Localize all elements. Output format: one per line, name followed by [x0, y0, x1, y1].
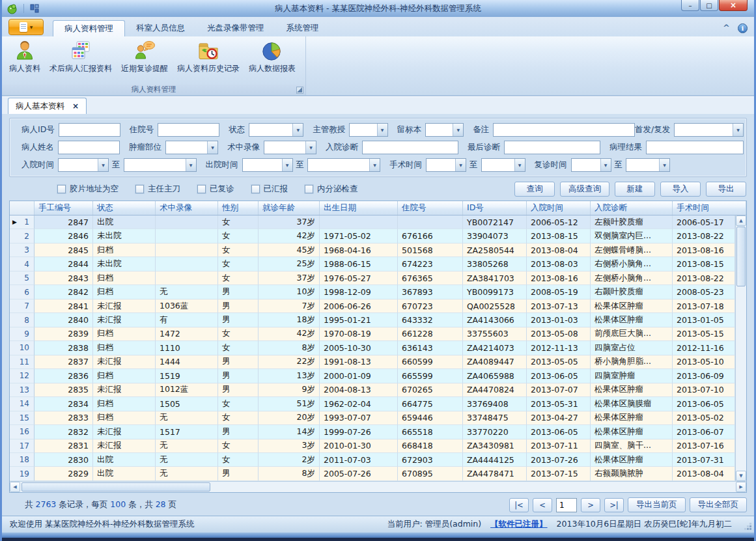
- row-header[interactable]: 16: [10, 425, 35, 439]
- page-number-input[interactable]: [556, 498, 577, 512]
- patient-name-input[interactable]: [58, 141, 120, 154]
- ribbon-tab-patient-management[interactable]: 病人资料管理: [53, 20, 125, 36]
- reported-checkbox[interactable]: 已汇报: [251, 184, 288, 195]
- tab-close-icon[interactable]: ×: [72, 102, 79, 111]
- checkbox-box[interactable]: [135, 185, 144, 193]
- specimen-select[interactable]: ▼: [425, 123, 464, 137]
- chief-surgeon-checkbox[interactable]: 主任主刀: [135, 184, 180, 195]
- chevron-down-icon[interactable]: ▼: [600, 159, 611, 171]
- table-row[interactable]: 62842归档无男10岁1998-12-09367893YB0099173200…: [10, 285, 735, 299]
- column-header[interactable]: 就诊年龄: [259, 201, 320, 215]
- application-menu-button[interactable]: ▼: [8, 19, 44, 35]
- import-button[interactable]: 导入: [660, 182, 701, 197]
- close-button[interactable]: ×: [719, 0, 748, 11]
- column-header[interactable]: 手术时间: [673, 201, 746, 215]
- pathology-input[interactable]: [646, 141, 744, 154]
- chevron-down-icon[interactable]: ▼: [369, 159, 380, 171]
- column-header[interactable]: 住院号: [398, 201, 463, 215]
- last-page-button[interactable]: >|: [604, 498, 624, 512]
- document-tab-patient-basic-info[interactable]: 病人基本资料 ×: [8, 98, 87, 114]
- vertical-scrollbar-thumb[interactable]: [736, 227, 746, 286]
- first-recur-select[interactable]: ▼: [674, 123, 744, 137]
- first-page-button[interactable]: |<: [509, 498, 529, 512]
- horizontal-scrollbar[interactable]: ◀ ▶: [10, 481, 746, 492]
- table-row[interactable]: 162832未汇报1517男14岁1999-07-266655183377022…: [10, 425, 735, 439]
- row-header[interactable]: 19: [10, 467, 35, 480]
- chevron-down-icon[interactable]: ▼: [292, 124, 303, 136]
- table-row[interactable]: 182830出院无女2岁2011-07-03672903ZA4444125201…: [10, 453, 735, 467]
- dialog-launcher-icon[interactable]: [296, 87, 303, 94]
- scroll-right-icon[interactable]: ▶: [736, 482, 746, 492]
- row-header[interactable]: 14: [10, 397, 35, 411]
- postop-report-button[interactable]: 术后病人汇报资料: [45, 38, 117, 74]
- patient-id-input[interactable]: [59, 123, 120, 137]
- row-header[interactable]: 9: [10, 327, 35, 341]
- minimize-button[interactable]: –: [681, 0, 699, 11]
- export-button[interactable]: 导出: [706, 182, 746, 197]
- discharge-time-to-select[interactable]: ▼: [307, 158, 380, 172]
- maximize-button[interactable]: □: [700, 0, 718, 11]
- query-button[interactable]: 查询: [514, 182, 555, 197]
- row-header[interactable]: 6: [10, 285, 35, 299]
- table-row[interactable]: 72841未汇报1036蓝男7岁2006-06-26670723QA002552…: [10, 299, 735, 313]
- new-button[interactable]: 新建: [615, 182, 655, 197]
- scroll-left-icon[interactable]: ◀: [10, 482, 20, 492]
- table-row[interactable]: ▶12847出院女37岁YB00721472006-05-12左额叶胶质瘤200…: [10, 215, 735, 229]
- column-header[interactable]: 手工编号: [35, 201, 93, 215]
- titlebar[interactable]: 病人基本资料 - 某某医院神经外科-神经外科数据管理系统 – □ ×: [2, 0, 754, 17]
- chevron-down-icon[interactable]: ▼: [207, 141, 217, 154]
- professor-select[interactable]: ▼: [349, 123, 387, 137]
- checkbox-box[interactable]: [57, 185, 66, 193]
- ribbon-tab-system[interactable]: 系统管理: [275, 20, 330, 36]
- horizontal-scrollbar-thumb[interactable]: [21, 482, 210, 492]
- table-row[interactable]: 42844未出院女25岁1988-06-15674223338052682013…: [10, 257, 735, 271]
- layout-icon[interactable]: [30, 4, 39, 13]
- chevron-down-icon[interactable]: ▼: [514, 159, 525, 171]
- revisited-checkbox[interactable]: 已复诊: [197, 184, 234, 195]
- column-header[interactable]: 术中录像: [156, 201, 218, 215]
- column-header[interactable]: 状态: [93, 201, 156, 215]
- prev-page-button[interactable]: <: [533, 498, 552, 512]
- chevron-down-icon[interactable]: ▼: [98, 159, 108, 171]
- row-header[interactable]: 3: [10, 243, 35, 257]
- column-header[interactable]: 出生日期: [320, 201, 398, 215]
- revisit-time-from-select[interactable]: ▼: [571, 158, 611, 172]
- row-header[interactable]: 4: [10, 257, 35, 271]
- row-header[interactable]: 13: [10, 383, 35, 397]
- chevron-down-icon[interactable]: ▼: [186, 159, 196, 171]
- help-icon[interactable]: i: [738, 23, 748, 33]
- row-header[interactable]: 8: [10, 313, 35, 327]
- table-row[interactable]: 112837未汇报1444男22岁1991-08-13660599ZA40894…: [10, 355, 735, 369]
- export-all-pages-button[interactable]: 导出全部页: [690, 497, 748, 512]
- table-row[interactable]: 172831未汇报无女3岁2010-01-30668418ZA343098120…: [10, 439, 735, 453]
- admit-time-to-select[interactable]: ▼: [124, 158, 197, 172]
- registered-link[interactable]: 【软件已注册】: [490, 519, 548, 530]
- admit-time-from-select[interactable]: ▼: [58, 158, 109, 172]
- film-address-empty-checkbox[interactable]: 胶片地址为空: [57, 184, 119, 195]
- ribbon-collapse-icon[interactable]: ^: [723, 25, 730, 32]
- checkbox-box[interactable]: [197, 185, 206, 193]
- surgery-video-select[interactable]: ▼: [264, 141, 316, 154]
- admit-diagnosis-input[interactable]: [362, 141, 458, 154]
- advanced-query-button[interactable]: 高级查询: [560, 182, 609, 197]
- chevron-down-icon[interactable]: ▼: [305, 141, 316, 154]
- patient-info-button[interactable]: 病人资料: [5, 38, 45, 74]
- column-header[interactable]: ID号: [463, 201, 527, 215]
- ribbon-tab-department-staff[interactable]: 科室人员信息: [125, 20, 196, 36]
- column-header[interactable]: 入院时间: [527, 201, 591, 215]
- scroll-down-icon[interactable]: ▼: [736, 471, 746, 481]
- column-header[interactable]: 性别: [218, 201, 259, 215]
- table-row[interactable]: 132835未汇报1012蓝男9岁2004-08-13670265ZA44708…: [10, 383, 735, 397]
- scroll-up-icon[interactable]: ▲: [736, 215, 746, 226]
- checkbox-box[interactable]: [305, 185, 313, 193]
- discharge-time-from-select[interactable]: ▼: [242, 158, 293, 172]
- chevron-down-icon[interactable]: ▼: [455, 159, 466, 171]
- row-header[interactable]: 12: [10, 369, 35, 383]
- inpatient-no-input[interactable]: [158, 123, 219, 137]
- history-record-button[interactable]: 病人资料历史记录: [173, 38, 244, 74]
- ribbon-tab-disc-video[interactable]: 光盘录像带管理: [196, 20, 275, 36]
- row-header[interactable]: 18: [10, 453, 35, 467]
- chevron-down-icon[interactable]: ▼: [453, 124, 463, 136]
- column-header[interactable]: 入院诊断: [591, 201, 673, 215]
- table-row[interactable]: 192829出院无男8岁2005-07-26670895ZA4478471201…: [10, 467, 735, 480]
